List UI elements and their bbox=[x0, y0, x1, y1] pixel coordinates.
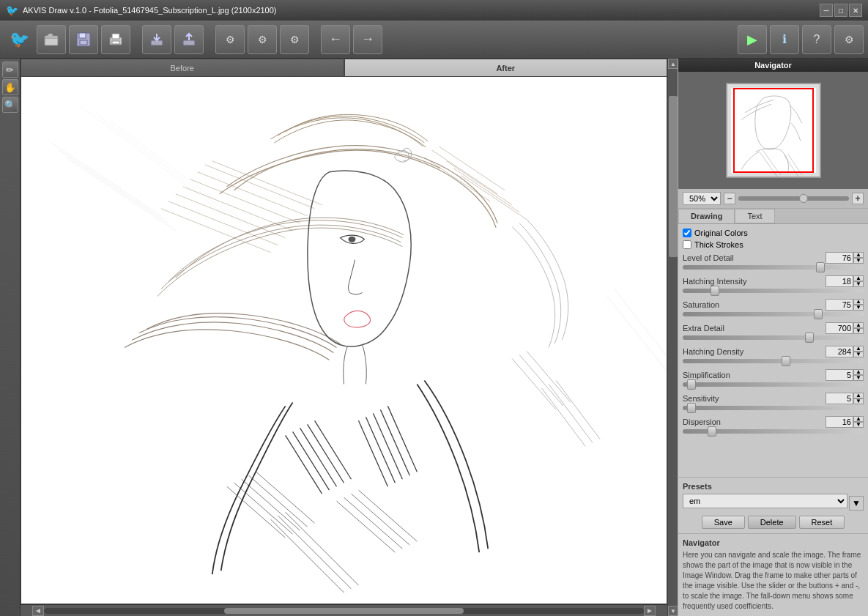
navigator-viewport-rect[interactable] bbox=[733, 88, 814, 173]
param-label-sensitivity: Sensitivity bbox=[683, 394, 719, 403]
open-button[interactable] bbox=[37, 25, 66, 54]
param-row-simplification: Simplification ▲ ▼ bbox=[683, 369, 864, 387]
zoom-tool[interactable]: 🔍 bbox=[2, 97, 18, 113]
minimize-button[interactable]: ─ bbox=[820, 4, 833, 17]
svg-point-13 bbox=[348, 237, 355, 242]
redo-button[interactable]: → bbox=[353, 25, 382, 54]
slider-thumb-simplification[interactable] bbox=[687, 379, 696, 390]
vscroll-up-button[interactable]: ▲ bbox=[668, 59, 678, 69]
settings1-button[interactable]: ⚙ bbox=[215, 25, 245, 54]
info-button[interactable]: ℹ bbox=[770, 25, 799, 54]
presets-buttons: Save Delete Reset bbox=[683, 516, 864, 529]
print-button[interactable] bbox=[101, 25, 130, 54]
param-decrement-hatching_density[interactable]: ▼ bbox=[853, 352, 864, 357]
param-label-level_of_detail: Level of Detail bbox=[683, 253, 734, 262]
undo-button[interactable]: ← bbox=[321, 25, 350, 54]
maximize-button[interactable]: □ bbox=[834, 4, 847, 17]
param-input-level_of_detail[interactable] bbox=[826, 252, 853, 264]
presets-dropdown[interactable]: em bbox=[683, 494, 847, 508]
param-header-sensitivity: Sensitivity ▲ ▼ bbox=[683, 393, 864, 404]
param-decrement-level_of_detail[interactable]: ▼ bbox=[853, 258, 864, 264]
slider-thumb-dispersion[interactable] bbox=[708, 426, 716, 437]
settings2-button[interactable]: ⚙ bbox=[248, 25, 277, 54]
original-colors-checkbox[interactable] bbox=[683, 229, 691, 237]
slider-track-simplification[interactable] bbox=[683, 382, 864, 387]
param-input-extra_detail[interactable] bbox=[826, 322, 853, 334]
param-spinners-simplification: ▲ ▼ bbox=[853, 369, 864, 381]
param-input-hatching_density[interactable] bbox=[826, 346, 853, 357]
brush-tool[interactable]: ✏ bbox=[2, 62, 18, 78]
vscroll-track[interactable] bbox=[668, 69, 678, 606]
save-preset-button[interactable]: Save bbox=[702, 516, 745, 529]
param-decrement-extra_detail[interactable]: ▼ bbox=[853, 328, 864, 334]
slider-thumb-hatching_intensity[interactable] bbox=[711, 286, 719, 296]
window-controls[interactable]: ─ □ ✕ bbox=[820, 4, 862, 17]
zoom-slider-track[interactable] bbox=[738, 196, 849, 201]
navigator-thumbnail[interactable] bbox=[726, 83, 821, 178]
export-button[interactable] bbox=[174, 25, 204, 54]
app-icon: 🐦 bbox=[6, 4, 18, 16]
hand-tool[interactable]: ✋ bbox=[2, 79, 18, 95]
vertical-scrollbar[interactable]: ▲ ▼ bbox=[667, 59, 678, 616]
tab-text[interactable]: Text bbox=[735, 209, 774, 223]
slider-thumb-hatching_density[interactable] bbox=[782, 356, 790, 366]
param-decrement-saturation[interactable]: ▼ bbox=[853, 305, 864, 311]
slider-thumb-level_of_detail[interactable] bbox=[816, 262, 825, 272]
param-decrement-dispersion[interactable]: ▼ bbox=[853, 422, 864, 428]
thick-strokes-checkbox[interactable] bbox=[683, 240, 691, 249]
slider-thumb-extra_detail[interactable] bbox=[805, 333, 814, 343]
param-input-simplification[interactable] bbox=[826, 369, 853, 381]
slider-track-level_of_detail[interactable] bbox=[683, 265, 864, 270]
slider-track-extra_detail[interactable] bbox=[683, 335, 864, 340]
settings-content: Original Colors Thick Strokes Level of D… bbox=[678, 224, 868, 477]
param-spinners-saturation: ▲ ▼ bbox=[853, 299, 864, 311]
tab-drawing[interactable]: Drawing bbox=[678, 209, 735, 223]
param-decrement-sensitivity[interactable]: ▼ bbox=[853, 398, 864, 404]
slider-track-hatching_density[interactable] bbox=[683, 359, 864, 363]
zoom-slider-thumb[interactable] bbox=[799, 194, 808, 203]
reset-preset-button[interactable]: Reset bbox=[799, 516, 845, 529]
param-decrement-simplification[interactable]: ▼ bbox=[853, 375, 864, 381]
thick-strokes-label: Thick Strokes bbox=[694, 240, 743, 249]
param-input-hatching_intensity[interactable] bbox=[826, 275, 853, 287]
slider-track-dispersion[interactable] bbox=[683, 429, 864, 434]
help-button[interactable]: ? bbox=[802, 25, 831, 54]
delete-preset-button[interactable]: Delete bbox=[748, 516, 796, 529]
param-row-sensitivity: Sensitivity ▲ ▼ bbox=[683, 393, 864, 410]
save-button[interactable] bbox=[69, 25, 98, 54]
slider-thumb-saturation[interactable] bbox=[814, 309, 823, 319]
param-decrement-hatching_intensity[interactable]: ▼ bbox=[853, 281, 864, 287]
image-canvas[interactable] bbox=[21, 76, 667, 604]
zoom-in-button[interactable]: + bbox=[852, 193, 864, 204]
vscroll-down-button[interactable]: ▼ bbox=[668, 606, 678, 616]
vscroll-thumb[interactable] bbox=[669, 96, 678, 257]
slider-track-hatching_intensity[interactable] bbox=[683, 289, 864, 293]
toolbar-right: ▶ ℹ ? ⚙ bbox=[738, 25, 864, 54]
zoom-dropdown[interactable]: 50% 25% 75% 100% 150% 200% bbox=[683, 192, 721, 205]
svg-rect-3 bbox=[80, 40, 87, 45]
hscroll-right-button[interactable]: ► bbox=[644, 606, 656, 616]
hscroll-left-button[interactable]: ◄ bbox=[32, 606, 44, 616]
tab-after[interactable]: After bbox=[344, 59, 668, 76]
horizontal-scrollbar[interactable]: ◄ ► bbox=[21, 604, 667, 616]
hscroll-thumb[interactable] bbox=[224, 608, 464, 614]
param-input-saturation[interactable] bbox=[826, 299, 853, 311]
prefs-button[interactable]: ⚙ bbox=[834, 25, 864, 54]
presets-dropdown-arrow[interactable]: ▼ bbox=[849, 496, 864, 511]
param-spinners-hatching_density: ▲ ▼ bbox=[853, 346, 864, 357]
slider-track-sensitivity[interactable] bbox=[683, 406, 864, 410]
zoom-out-button[interactable]: − bbox=[724, 193, 735, 204]
logo-button: 🐦 bbox=[4, 25, 34, 54]
slider-track-saturation[interactable] bbox=[683, 312, 864, 316]
param-input-dispersion[interactable] bbox=[826, 416, 853, 428]
param-input-sensitivity[interactable] bbox=[826, 393, 853, 404]
play-button[interactable]: ▶ bbox=[738, 25, 767, 54]
slider-thumb-sensitivity[interactable] bbox=[687, 403, 696, 413]
settings3-button[interactable]: ⚙ bbox=[280, 25, 309, 54]
close-button[interactable]: ✕ bbox=[849, 4, 862, 17]
import-button[interactable] bbox=[142, 25, 171, 54]
tab-before[interactable]: Before bbox=[21, 59, 344, 76]
hscroll-track[interactable] bbox=[44, 608, 644, 614]
param-value-box-hatching_intensity: ▲ ▼ bbox=[826, 275, 864, 287]
param-label-hatching_intensity: Hatching Intensity bbox=[683, 277, 746, 286]
